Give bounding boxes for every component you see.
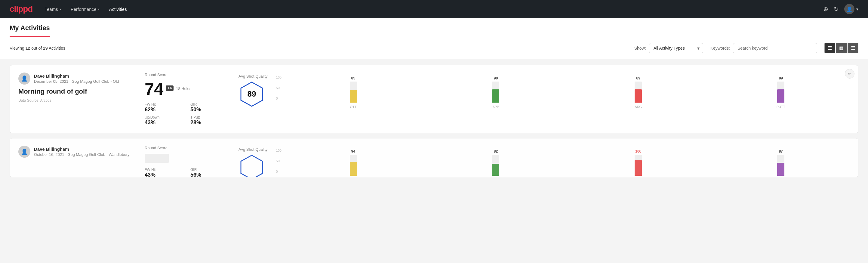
fw-hit-label: FW Hit: [145, 168, 183, 172]
bar-putt-track: [777, 82, 784, 103]
bar-arg: 89 ARG: [569, 76, 707, 109]
user-date: October 16, 2021 · Gog Magog Golf Club -…: [34, 152, 129, 157]
user-menu-chevron-icon: ▾: [856, 7, 858, 11]
bar-ott-track: [350, 82, 357, 103]
refresh-button[interactable]: ↻: [834, 5, 839, 12]
viewing-text: Viewing 12 out of 29 Activities: [10, 46, 65, 51]
navbar: clippd Teams ▾ Performance ▾ Activities …: [0, 0, 868, 18]
bar-arg-track: [634, 82, 642, 103]
bar-arg-label: ARG: [634, 105, 642, 109]
shot-quality-label: Avg Shot Quality: [239, 147, 268, 152]
show-filter-group: Show: All Activity Types: [634, 43, 703, 53]
svg-marker-1: [241, 155, 262, 178]
add-circle-button[interactable]: ⊕: [823, 5, 828, 12]
bar-arg-value: 89: [637, 76, 640, 80]
updown-value: 43%: [145, 119, 183, 126]
y-axis: 100 50 0: [276, 149, 281, 173]
bar-ott-value: 85: [351, 76, 355, 80]
bar-chart-inner: 85 OTT 90 APP 89: [284, 76, 850, 109]
view-toggle: ☰ ▦ ☰: [825, 43, 858, 53]
card-stats: Round Score 74 +4 18 Holes FW Hit 62% GI…: [145, 72, 229, 126]
fw-hit-value: 43%: [145, 172, 183, 177]
gir-label: GIR: [190, 168, 229, 172]
user-name: Dave Billingham: [34, 74, 119, 79]
bar-ott: 85 OTT: [284, 76, 422, 109]
bar-arg-fill: [634, 160, 642, 176]
view-list-compact-button[interactable]: ☰: [847, 43, 858, 53]
activity-type-select[interactable]: All Activity Types: [649, 43, 703, 53]
bar-chart-inner: 94 OTT 82 APP 106: [284, 149, 850, 177]
bar-app-value: 90: [494, 76, 498, 80]
list-detail-icon: ☰: [828, 45, 832, 51]
user-info: Dave Billingham December 05, 2021 · Gog …: [34, 74, 119, 84]
round-score-label: Round Score: [145, 146, 229, 150]
gir-stat: GIR 50%: [190, 102, 229, 113]
one-putt-value: 28%: [190, 119, 229, 126]
user-info: Dave Billingham October 16, 2021 · Gog M…: [34, 147, 129, 157]
nav-performance[interactable]: Performance ▾: [71, 7, 99, 12]
user-date: December 05, 2021 · Gog Magog Golf Club …: [34, 79, 119, 84]
search-input[interactable]: [733, 43, 817, 53]
grid-icon: ▦: [839, 45, 844, 51]
bar-putt: 87 PUTT: [712, 149, 850, 177]
logo: clippd: [10, 4, 32, 14]
keywords-filter-group: Keywords:: [710, 43, 817, 53]
fw-hit-value: 62%: [145, 107, 183, 113]
card-shot-quality: Avg Shot Quality 100 50 0 94: [229, 146, 850, 177]
card-left: 👤 Dave Billingham October 16, 2021 · Gog…: [18, 146, 145, 161]
add-circle-icon: ⊕: [823, 5, 828, 12]
fw-hit-label: FW Hit: [145, 102, 183, 107]
bar-ott-value: 94: [351, 149, 355, 153]
view-list-detail-button[interactable]: ☰: [825, 43, 835, 53]
round-score-placeholder: [145, 154, 169, 163]
bar-app-value: 82: [494, 149, 498, 153]
keywords-label: Keywords:: [710, 46, 730, 51]
user-menu-button[interactable]: 👤 ▾: [844, 4, 858, 14]
round-score-label: Round Score: [145, 72, 229, 77]
bar-app: 82 APP: [427, 149, 564, 177]
bar-arg: 106 ARG: [569, 149, 707, 177]
bar-putt-label: PUTT: [777, 105, 785, 109]
gir-value: 56%: [190, 172, 229, 177]
activity-title: Morning round of golf: [18, 88, 145, 95]
stat-grid: FW Hit 43% GIR 56%: [145, 168, 229, 177]
shot-quality-value: 89: [248, 89, 256, 99]
score-diff-badge: +4: [166, 85, 174, 91]
one-putt-stat: 1 Putt 28%: [190, 115, 229, 126]
page-header: My Activities: [0, 18, 868, 37]
user-icon: 👤: [846, 6, 852, 12]
teams-chevron-icon: ▾: [60, 7, 61, 11]
refresh-icon: ↻: [834, 5, 839, 12]
round-score-row: 74 +4 18 Holes: [145, 81, 229, 97]
activity-type-wrapper: All Activity Types: [649, 43, 703, 53]
bar-ott-label: OTT: [350, 105, 357, 109]
gir-label: GIR: [190, 102, 229, 107]
filter-bar: Viewing 12 out of 29 Activities Show: Al…: [0, 37, 868, 59]
person-icon: 👤: [21, 148, 28, 155]
bar-app-label: APP: [492, 105, 499, 109]
page-title: My Activities: [10, 18, 50, 37]
bar-putt: 89 PUTT: [712, 76, 850, 109]
bar-ott: 94 OTT: [284, 149, 422, 177]
nav-links: Teams ▾ Performance ▾ Activities: [44, 7, 127, 12]
bar-putt-fill: [777, 89, 784, 103]
nav-teams[interactable]: Teams ▾: [44, 7, 61, 12]
card-left: 👤 Dave Billingham December 05, 2021 · Go…: [18, 72, 145, 103]
nav-activities[interactable]: Activities: [109, 7, 127, 12]
user-row: 👤 Dave Billingham December 05, 2021 · Go…: [18, 72, 145, 85]
activity-card: 👤 Dave Billingham October 16, 2021 · Gog…: [10, 138, 858, 177]
bar-arg-value: 106: [635, 149, 641, 153]
bar-putt-value: 87: [779, 149, 783, 153]
bar-ott-fill: [350, 162, 357, 176]
bar-arg-fill: [634, 89, 642, 103]
view-grid-button[interactable]: ▦: [836, 43, 847, 53]
holes-label: 18 Holes: [176, 86, 191, 91]
bar-ott-fill: [350, 90, 357, 103]
bar-app-track: [492, 155, 499, 176]
gir-value: 50%: [190, 107, 229, 113]
shot-quality-chart: 100 50 0 94 OTT 82: [276, 146, 850, 177]
card-shot-quality: Avg Shot Quality 89 100 50 0 85: [229, 72, 850, 109]
bar-arg-track: [634, 155, 642, 176]
updown-stat: Up/Down 43%: [145, 115, 183, 126]
data-source: Data Source: Arccos: [18, 98, 145, 103]
